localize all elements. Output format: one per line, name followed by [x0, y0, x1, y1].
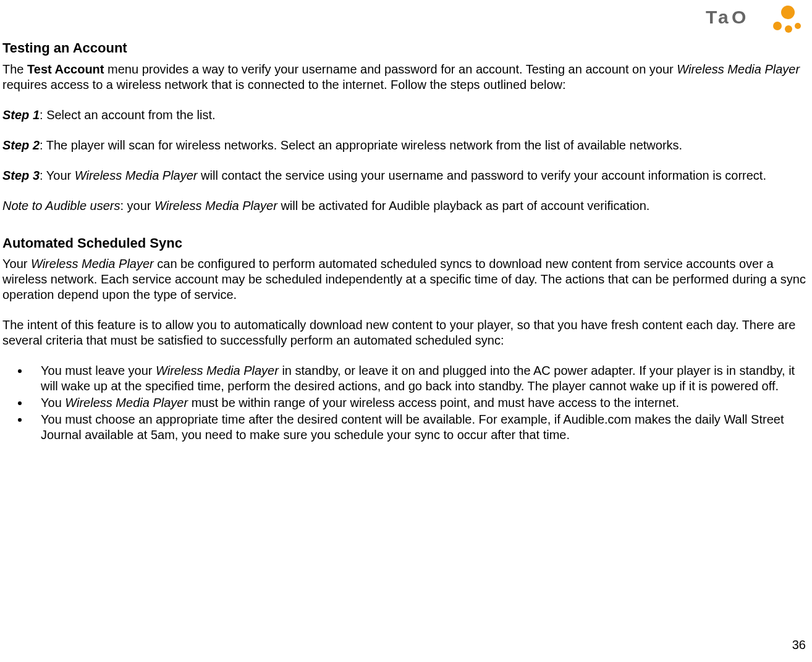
svg-point-6	[795, 23, 801, 29]
svg-point-4	[773, 22, 782, 30]
svg-text:a: a	[718, 7, 729, 27]
step-2: Step 2: The player will scan for wireles…	[2, 138, 810, 153]
step-1: Step 1: Select an account from the list.	[2, 107, 810, 123]
intro-paragraph: The Test Account menu provides a way to …	[2, 62, 810, 93]
list-item: You must leave your Wireless Media Playe…	[30, 363, 810, 394]
document-body: Testing an Account The Test Account menu…	[0, 0, 812, 443]
tao-logo: T a O	[701, 4, 806, 35]
step-3: Step 3: Your Wireless Media Player will …	[2, 168, 810, 183]
list-item: You must choose an appropriate time afte…	[30, 412, 810, 443]
list-item: You Wireless Media Player must be within…	[30, 395, 810, 411]
sync-paragraph-1: Your Wireless Media Player can be config…	[2, 256, 810, 303]
svg-point-5	[785, 25, 792, 33]
criteria-list: You must leave your Wireless Media Playe…	[2, 363, 810, 443]
note-audible: Note to Audible users: your Wireless Med…	[2, 198, 810, 214]
svg-text:T: T	[706, 7, 717, 27]
svg-text:O: O	[732, 7, 746, 27]
section-heading-testing-account: Testing an Account	[2, 40, 810, 57]
section-heading-scheduled-sync: Automated Scheduled Sync	[2, 235, 810, 252]
page-number: 36	[792, 638, 806, 652]
sync-paragraph-2: The intent of this feature is to allow y…	[2, 317, 810, 348]
svg-point-3	[781, 6, 795, 19]
